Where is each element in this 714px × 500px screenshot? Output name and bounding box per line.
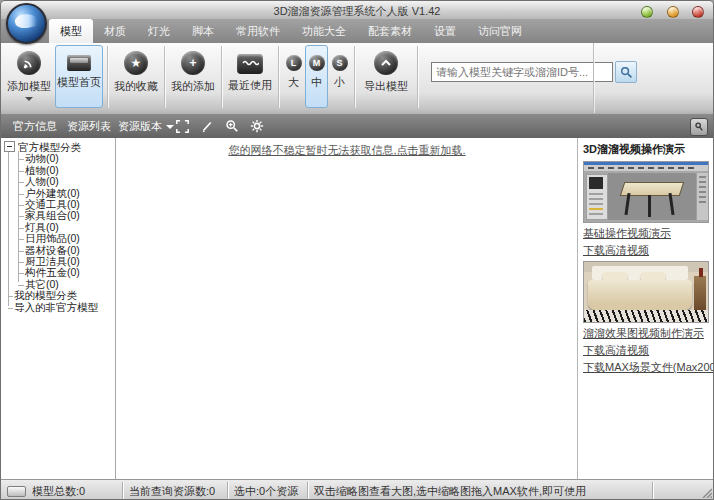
logo-swirl <box>14 12 38 30</box>
size-large-button[interactable]: L 大 <box>282 45 305 108</box>
zebra-rug <box>584 310 708 322</box>
tree-item-person[interactable]: 人物(0) <box>1 176 115 187</box>
add-model-label: 添加模型 <box>7 79 51 94</box>
settings-button[interactable] <box>248 118 266 134</box>
tab-model[interactable]: 模型 <box>49 19 93 43</box>
chevron-down-icon <box>25 97 33 101</box>
tab-light[interactable]: 灯光 <box>137 19 181 43</box>
content-area: 官方模型分类 动物(0) 植物(0) 人物(0) 户外建筑(0) 交通工具(0)… <box>1 138 714 479</box>
basic-demo-thumbnail[interactable] <box>583 161 709 223</box>
search-button[interactable] <box>615 61 637 83</box>
tab-bundled-assets[interactable]: 配套素材 <box>357 19 423 43</box>
maximize-button[interactable] <box>667 6 679 18</box>
separator <box>354 46 355 108</box>
network-error-link[interactable]: 您的网络不稳定暂时无法获取信息,点击重新加载. <box>117 143 577 158</box>
size-medium-button[interactable]: M 中 <box>305 45 328 108</box>
effect-demo-link[interactable]: 溜溜效果图视频制作演示 <box>583 327 711 340</box>
menu-tabs: 模型 材质 灯光 脚本 常用软件 功能大全 配套素材 设置 访问官网 <box>49 19 533 43</box>
ribbon-toolbar: 添加模型 模型首页 ★ 我的收藏 + 我的添加 最近使用 L 大 <box>1 43 713 115</box>
ribbon-seam <box>593 43 594 113</box>
tab-features[interactable]: 功能大全 <box>291 19 357 43</box>
status-separator <box>307 482 308 499</box>
basic-demo-link[interactable]: 基础操作视频演示 <box>583 227 711 240</box>
pin-icon <box>694 122 704 132</box>
menu-bar: 模型 材质 灯光 脚本 常用软件 功能大全 配套素材 设置 访问官网 <box>1 19 713 43</box>
separator <box>417 46 418 108</box>
category-tree: 官方模型分类 动物(0) 植物(0) 人物(0) 户外建筑(0) 交通工具(0)… <box>1 138 115 313</box>
status-bar: 模型总数:0 当前查询资源数:0 选中:0个资源 双击缩略图查看大图,选中缩略图… <box>1 479 713 500</box>
max-side-panel <box>586 174 608 220</box>
resource-version-label: 资源版本 <box>118 120 162 132</box>
tab-settings[interactable]: 设置 <box>423 19 467 43</box>
size-medium-label: 中 <box>311 75 322 90</box>
panel-toggle-icon[interactable] <box>7 486 26 497</box>
max-menubar <box>584 165 708 171</box>
separator <box>107 46 108 108</box>
separator <box>164 46 165 108</box>
model-home-icon <box>67 55 91 71</box>
collapse-icon[interactable] <box>4 141 15 152</box>
export-model-button[interactable]: 导出模型 <box>359 45 413 108</box>
download-hd-link-1[interactable]: 下载高清视频 <box>583 244 711 257</box>
bed-blanket <box>588 280 692 310</box>
usage-hint: 双击缩略图查看大图,选中缩略图拖入MAX软件,即可使用 <box>314 484 586 499</box>
pin-panel-button[interactable] <box>690 118 708 136</box>
window-title: 3D溜溜资源管理系统个人版 V1.42 <box>1 4 713 19</box>
edit-button[interactable] <box>198 118 216 134</box>
tree-root-imported[interactable]: 导入的非官方模型 <box>1 302 115 313</box>
search-input[interactable] <box>431 62 613 82</box>
resource-version-dropdown[interactable]: 资源版本 <box>114 114 178 138</box>
size-large-label: 大 <box>288 75 299 90</box>
tree-item-daily[interactable]: 日用饰品(0) <box>1 233 115 244</box>
zoom-button[interactable] <box>223 118 241 134</box>
resize-grip[interactable] <box>700 486 712 500</box>
my-added-label: 我的添加 <box>171 79 215 94</box>
query-count-status: 当前查询资源数:0 <box>129 484 215 499</box>
tab-official-site[interactable]: 访问官网 <box>467 19 533 43</box>
app-logo-icon[interactable] <box>6 3 47 44</box>
size-small-button[interactable]: S 小 <box>328 45 351 108</box>
fullscreen-icon <box>176 120 189 133</box>
fullscreen-button[interactable] <box>173 118 191 134</box>
add-model-button[interactable]: 添加模型 <box>5 45 53 108</box>
tree-root-my-categories[interactable]: 我的模型分类 <box>1 290 115 301</box>
model-home-label: 模型首页 <box>57 75 101 90</box>
my-added-button[interactable]: + 我的添加 <box>169 45 217 108</box>
bed-nightstand <box>694 276 706 310</box>
tab-script[interactable]: 脚本 <box>181 19 225 43</box>
status-separator <box>227 482 228 499</box>
max-viewport <box>608 173 696 220</box>
max-command-panel <box>696 173 708 220</box>
model-list-area: 您的网络不稳定暂时无法获取信息,点击重新加载. <box>117 138 577 479</box>
model-home-button[interactable]: 模型首页 <box>55 45 103 108</box>
my-favorites-button[interactable]: ★ 我的收藏 <box>112 45 160 108</box>
my-favorites-label: 我的收藏 <box>114 79 158 94</box>
tab-material[interactable]: 材质 <box>93 19 137 43</box>
recent-used-label: 最近使用 <box>228 78 272 93</box>
size-small-label: 小 <box>334 75 345 90</box>
tree-root-label: 官方模型分类 <box>18 141 81 153</box>
download-hd-link-2[interactable]: 下载高清视频 <box>583 344 711 357</box>
tab-common-software[interactable]: 常用软件 <box>225 19 291 43</box>
effect-demo-thumbnail[interactable] <box>583 261 709 323</box>
gear-icon <box>250 119 264 133</box>
download-max-scene-link[interactable]: 下载MAX场景文件(Max2009) <box>583 361 711 374</box>
model-total-status: 模型总数:0 <box>32 484 85 499</box>
category-sidebar: 官方模型分类 动物(0) 植物(0) 人物(0) 户外建筑(0) 交通工具(0)… <box>1 138 116 479</box>
official-info-button[interactable]: 官方信息 <box>9 114 61 138</box>
minimize-button[interactable] <box>641 6 653 18</box>
search-area <box>431 61 637 83</box>
separator <box>221 46 222 108</box>
add-model-icon <box>17 51 41 75</box>
export-model-label: 导出模型 <box>364 79 408 94</box>
status-separator <box>652 482 653 499</box>
magnifier-plus-icon <box>225 119 239 133</box>
my-favorites-icon: ★ <box>124 51 148 75</box>
close-button[interactable] <box>692 6 704 18</box>
resource-list-button[interactable]: 资源列表 <box>63 114 115 138</box>
recent-used-button[interactable]: 最近使用 <box>226 45 274 108</box>
recent-used-icon <box>237 54 263 74</box>
my-added-icon: + <box>181 51 205 75</box>
size-medium-icon: M <box>309 55 325 71</box>
title-bar: 3D溜溜资源管理系统个人版 V1.42 <box>1 1 713 20</box>
